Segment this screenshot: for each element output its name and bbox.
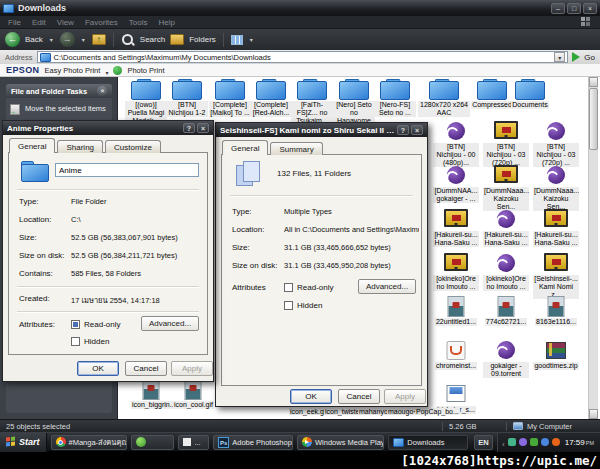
vertical-scrollbar[interactable] [588, 77, 598, 419]
maximize-button[interactable] [567, 3, 581, 14]
taskbar-item-wmp[interactable]: Windows Media Player [297, 435, 384, 450]
menu-edit[interactable]: Edit [32, 18, 46, 27]
file-item[interactable]: 8163e1116... [533, 295, 579, 328]
tab-sharing[interactable]: Sharing [57, 140, 103, 153]
file-item[interactable]: [DummNAA... gokaiger - ... [433, 164, 479, 205]
tab-customize[interactable]: Customize [105, 140, 161, 153]
apply-button[interactable]: Apply [384, 389, 426, 404]
close-icon[interactable] [411, 125, 423, 135]
hidden-checkbox[interactable] [71, 337, 80, 346]
tray-app-icon[interactable] [519, 438, 527, 446]
read-only-checkbox[interactable] [71, 320, 80, 329]
file-item[interactable]: [DummNaaa... Kaizoku Sen... [483, 164, 529, 213]
title-bar[interactable]: Downloads [0, 0, 600, 16]
ok-button[interactable]: OK [290, 389, 332, 404]
file-item[interactable]: [Complete] [Red-Alch... [250, 78, 292, 119]
address-dropdown-icon[interactable] [554, 52, 565, 62]
file-item[interactable]: [Hakureii-su... Hana-Saku ... [533, 208, 579, 249]
file-item[interactable]: [okineko]Ore no Imouto ... [483, 252, 529, 293]
file-item[interactable]: goodtimes.zip [533, 339, 579, 372]
search-icon[interactable] [121, 33, 135, 47]
ok-button[interactable]: OK [77, 361, 119, 376]
folder-name-input[interactable] [55, 163, 199, 177]
file-item[interactable]: [Complete] [Maiko] To ... [209, 78, 251, 119]
tray-network-icon[interactable] [541, 438, 549, 446]
scrollbar-thumb[interactable] [589, 88, 598, 150]
tray-messenger2-icon[interactable] [530, 438, 538, 446]
menu-tools[interactable]: Tools [129, 18, 148, 27]
file-item[interactable]: [DummNaaa... Kaizoku Sen... [533, 164, 579, 213]
search-label[interactable]: Search [140, 35, 165, 44]
menu-help[interactable]: Help [158, 18, 174, 27]
file-item[interactable]: gokaiger - 09.torrent [483, 339, 529, 380]
file-item[interactable]: [Hakureii-su... Hana-Saku ... [433, 208, 479, 249]
read-only-checkbox[interactable] [284, 283, 293, 292]
views-dropdown-icon[interactable] [248, 35, 255, 44]
photo-print-label[interactable]: Photo Print [127, 66, 164, 75]
file-item[interactable]: [Hakureii-su... Hana-Saku ... [483, 208, 529, 249]
taskbar-clock[interactable]: 17:59 PM [565, 438, 594, 447]
advanced-button[interactable]: Advanced... [141, 316, 199, 331]
go-label[interactable]: Go [584, 53, 595, 62]
minimize-button[interactable] [551, 3, 565, 14]
easy-photo-print-menu[interactable]: Easy Photo Print [45, 66, 101, 75]
file-item[interactable]: [BTN] Nichijou 1-2 [166, 78, 208, 119]
taskbar-item-photoshop[interactable]: Ps Adobe Photoshop C... [213, 435, 293, 450]
file-item[interactable]: [Nero-FS] Seto no ... [374, 78, 416, 119]
file-item[interactable]: 1280x720 x264 AAC [418, 78, 470, 119]
taskbar-item-downloads[interactable]: Downloads [388, 435, 468, 450]
file-item[interactable]: [Seishinseii-... Kami Nomi z... [533, 252, 579, 301]
tray-download-icon[interactable] [552, 438, 560, 446]
back-dropdown-icon[interactable] [48, 35, 55, 44]
file-item[interactable]: [BTN] Nichijou - 03 (720p) ... [483, 120, 529, 169]
file-folder-tasks-header[interactable]: File and Folder Tasks [6, 84, 112, 98]
tray-messenger-icon[interactable] [508, 438, 516, 446]
file-item[interactable]: icon_cool.gif [173, 378, 213, 411]
help-icon[interactable] [183, 123, 195, 133]
menu-view[interactable]: View [57, 18, 74, 27]
cancel-button[interactable]: Cancel [125, 361, 167, 376]
hidden-checkbox[interactable] [284, 301, 293, 310]
file-label-peek[interactable]: icon_eek.gif [289, 408, 328, 415]
task-move-selected[interactable]: Move the selected items [10, 104, 108, 115]
menu-file[interactable]: File [8, 18, 21, 27]
back-label[interactable]: Back [25, 35, 43, 44]
dialog-title-bar[interactable]: Seishinseii-FS] Kami nomi zo Shiru Sekai… [216, 123, 427, 137]
help-icon[interactable] [397, 125, 409, 135]
file-item[interactable]: chromeinst... [433, 339, 479, 372]
views-icon[interactable] [231, 35, 243, 45]
collapse-chevron-icon[interactable] [97, 86, 107, 96]
tray-expand-icon[interactable] [502, 433, 505, 451]
back-icon[interactable] [5, 32, 20, 47]
file-item[interactable]: [BTN] Nichijou - 00 (480p)... [433, 120, 479, 169]
tab-summary[interactable]: Summary [270, 142, 322, 155]
forward-icon[interactable] [60, 32, 75, 47]
apply-button[interactable]: Apply [171, 361, 213, 376]
file-item[interactable]: 774c62721... [483, 295, 529, 328]
file-item[interactable]: icon_biggrin... [131, 378, 171, 411]
file-item[interactable]: [FaiTh-FS]Z... no Tsukaim... [291, 78, 333, 127]
close-icon[interactable] [197, 123, 209, 133]
address-input[interactable]: C:\Documents and Settings\Maximum\My Doc… [37, 51, 569, 63]
file-item[interactable]: [BTN] Nichijou - 03 (720p) ... [533, 120, 579, 169]
file-label-peek[interactable]: PopCap_bo... [415, 408, 460, 415]
advanced-button[interactable]: Advanced... [358, 279, 416, 294]
taskbar-item-messenger[interactable] [131, 435, 175, 450]
scroll-up-icon[interactable] [589, 77, 598, 87]
photo-print-icon[interactable] [113, 66, 122, 75]
taskbar-item-untitled[interactable]: ... [178, 435, 209, 450]
folders-icon[interactable] [170, 34, 184, 45]
tab-general[interactable]: General [9, 138, 55, 153]
file-item[interactable]: [okineko]Ore no Imouto ... [433, 252, 479, 293]
up-folder-icon[interactable] [92, 34, 106, 45]
file-item[interactable]: Documents [507, 78, 553, 111]
tab-general[interactable]: General [222, 140, 268, 155]
go-arrow-icon[interactable] [572, 52, 580, 62]
file-item[interactable]: 22untitled1... [433, 295, 479, 328]
menu-favorites[interactable]: Favorites [85, 18, 118, 27]
start-button[interactable]: Start [0, 433, 47, 452]
taskbar-item-chrome[interactable]: #Manga-ส่งคนคุณภา... [51, 435, 127, 450]
cancel-button[interactable]: Cancel [338, 389, 380, 404]
forward-dropdown-icon[interactable] [80, 35, 87, 44]
folders-label[interactable]: Folders [189, 35, 216, 44]
